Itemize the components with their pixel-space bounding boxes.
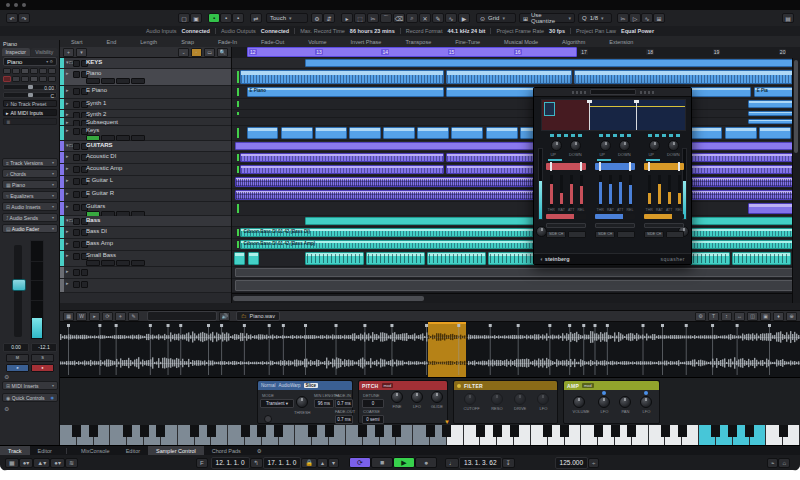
fader-solo-button[interactable]: S [31, 354, 54, 362]
fade-in-value[interactable]: 0.7 ms [335, 399, 353, 408]
mute-button[interactable] [73, 166, 80, 173]
lfo-knob[interactable] [640, 396, 652, 408]
inspector-section-piano[interactable]: ▦ Piano▾ [2, 180, 58, 189]
nudge-down-icon[interactable]: ▾ [328, 458, 339, 468]
piano-key-black[interactable] [779, 425, 788, 437]
drive-knob[interactable] [514, 393, 526, 405]
time-format-icon[interactable]: ♩ [445, 458, 459, 468]
min-length-value[interactable]: 96 ms [314, 399, 334, 408]
track-type-icon[interactable]: ▸ [66, 280, 69, 286]
midi-part[interactable] [281, 127, 313, 139]
track-row-small-bass[interactable]: ▸Small Bass [60, 251, 231, 267]
piano-key-black[interactable] [140, 425, 149, 437]
channel-fader[interactable] [14, 245, 22, 337]
pitch-name-box[interactable] [147, 311, 217, 321]
plugin-window-squasher[interactable]: UPDOWNTHRRATATTRELSIDE CHUPDOWNTHRRATATT… [533, 87, 692, 265]
position-stepper-icon[interactable]: ↧ [502, 458, 515, 468]
redo-icon[interactable]: ↷ [18, 13, 30, 23]
piano-key-black[interactable] [325, 425, 334, 437]
mute-button[interactable] [73, 281, 80, 288]
mute-button[interactable] [3, 68, 11, 74]
track-type-icon[interactable]: ▸ [66, 252, 69, 258]
lock-button[interactable] [39, 76, 47, 82]
erase-tool-icon[interactable]: ⌫ [393, 13, 405, 23]
zoom-tool-icon[interactable]: ⌕ [406, 13, 418, 23]
play-button[interactable]: ▶ [393, 457, 415, 468]
piano-key-black[interactable] [392, 425, 401, 437]
glue-tool-icon[interactable]: ⌒ [380, 13, 392, 23]
sidechain-button[interactable]: SIDE CH [644, 231, 664, 238]
track-row-acoustic-di[interactable]: ▸Acoustic DI [60, 152, 231, 164]
band-enable-bar[interactable] [597, 159, 611, 161]
gear-icon[interactable]: ⚙ [4, 373, 9, 380]
volume-knob[interactable] [573, 396, 585, 408]
band-mode-chips[interactable] [648, 134, 680, 137]
midi-event[interactable] [732, 252, 791, 265]
track-type-icon[interactable]: ▸ [66, 268, 69, 274]
track-type-icon[interactable]: ▸ [66, 119, 69, 125]
track-lane-small-bass[interactable] [232, 251, 793, 267]
mute-button[interactable] [73, 101, 80, 108]
record-enable-button[interactable] [3, 76, 11, 82]
mute-button[interactable] [73, 60, 80, 67]
squash-preset-dropdown[interactable] [666, 231, 684, 238]
squash-preset-dropdown[interactable] [568, 231, 586, 238]
warp-icon[interactable]: W [76, 312, 87, 321]
meter-peak-value[interactable]: -12.1 [31, 343, 57, 352]
band-slider-rel[interactable] [580, 175, 583, 207]
track-row-piano[interactable]: ▸Piano [60, 69, 231, 86]
scroll-thumb[interactable] [794, 60, 798, 153]
track-type-icon[interactable]: ▸ [66, 70, 69, 76]
gear-icon[interactable]: ⚙ [4, 405, 9, 412]
plugin-display-mode-icon[interactable] [544, 102, 555, 116]
plugin-titlebar[interactable] [534, 88, 691, 97]
plugin-preset-box[interactable] [590, 89, 636, 95]
left-locator[interactable]: 12. 1. 1. 0 [211, 457, 250, 469]
find-tracks-icon[interactable]: 🔍 [217, 48, 228, 57]
band-enable-bar[interactable] [646, 159, 660, 161]
track-type-icon[interactable]: ▸ [66, 100, 69, 106]
piano-key-black[interactable] [426, 425, 435, 437]
line-tool-icon[interactable]: ∿ [445, 13, 457, 23]
inspector-section-track-versions[interactable]: ≡ Track Versions▾ [2, 158, 58, 167]
band-dropdown[interactable] [546, 223, 586, 228]
glide-knob[interactable] [431, 391, 443, 403]
track-type-icon[interactable]: ▸ [66, 165, 69, 171]
midi-in-activity-icon[interactable]: ▦ [5, 458, 19, 468]
band-knob-up[interactable] [600, 140, 611, 151]
inspector-section-midi-inserts[interactable]: ⊞ MIDI Inserts▾ [2, 381, 58, 390]
pan-slider[interactable]: C [3, 92, 57, 98]
track-type-icon[interactable]: ▸ [66, 87, 69, 93]
inspector-section-audio-fader[interactable]: ▤ Audio Fader▾ [2, 224, 58, 233]
audio-event[interactable] [748, 119, 793, 124]
band-slider-att[interactable] [619, 175, 622, 207]
status-value[interactable]: Connected [261, 28, 289, 34]
fine-knob[interactable] [391, 391, 403, 403]
mini-control-button[interactable] [86, 78, 100, 84]
band-split-handle[interactable] [636, 100, 637, 130]
fader-edit-button[interactable]: e [6, 364, 29, 372]
split-tool-icon[interactable]: ✂ [367, 13, 379, 23]
midi-event[interactable] [427, 252, 486, 265]
position-display[interactable]: 13. 1. 3. 62 [459, 457, 502, 469]
track-row-keys[interactable]: ▸Keys [60, 126, 231, 141]
automation-read-icon[interactable]: ▪ [208, 13, 220, 23]
tab-slice[interactable]: Slice [304, 383, 319, 388]
grid-type-dropdown[interactable]: ⊙Grid▾ [476, 13, 516, 23]
piano-key-black[interactable] [627, 425, 636, 437]
speaker-icon[interactable]: 🔊 [219, 312, 230, 321]
amp-mod-button[interactable]: mod [582, 383, 594, 388]
piano-key-black[interactable] [72, 425, 81, 437]
piano-key-black[interactable] [560, 425, 569, 437]
audio-event[interactable] [574, 70, 793, 84]
squash-preset-dropdown[interactable] [617, 231, 635, 238]
sample-file-name[interactable]: 🗀Piano.wav [236, 311, 280, 321]
mute-button[interactable] [73, 128, 80, 135]
audio-event[interactable] [748, 100, 793, 108]
piano-key-black[interactable] [611, 425, 620, 437]
mute-button[interactable] [73, 143, 80, 150]
mute-button[interactable] [73, 229, 80, 236]
filter-track-types-icon[interactable]: ⌄ [178, 48, 189, 57]
midi-part[interactable] [247, 127, 279, 139]
detune-value[interactable]: 0 [362, 399, 384, 408]
